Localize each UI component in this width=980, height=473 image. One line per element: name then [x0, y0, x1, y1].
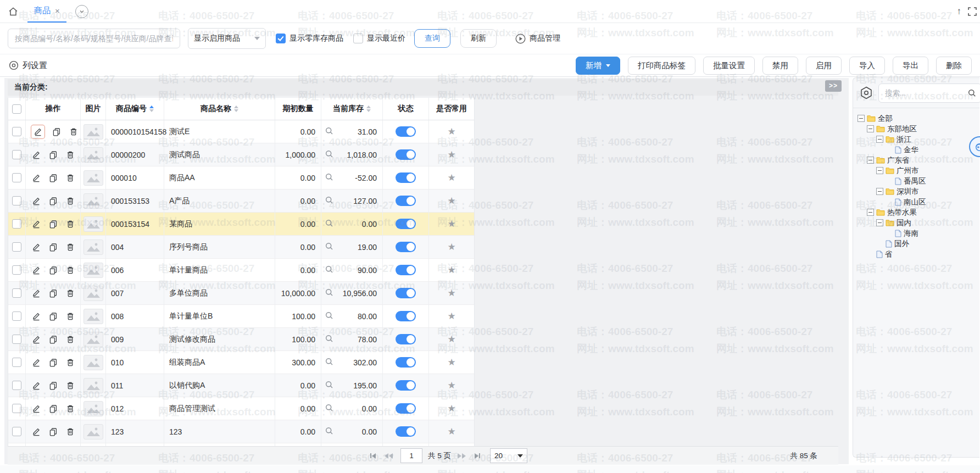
status-toggle-on[interactable] — [396, 172, 416, 183]
delete-icon[interactable] — [65, 335, 75, 344]
stock-detail-search-icon[interactable] — [325, 219, 333, 229]
edit-icon[interactable] — [31, 311, 41, 321]
tree-node[interactable]: 广东省 — [853, 155, 979, 165]
edit-icon[interactable] — [31, 242, 41, 252]
status-toggle-on[interactable] — [396, 357, 416, 368]
tree-expander-icon[interactable] — [858, 115, 865, 122]
status-toggle-on[interactable] — [396, 403, 416, 414]
delete-icon[interactable] — [65, 381, 75, 391]
tree-node[interactable]: 热带水果 — [853, 207, 979, 218]
tree-search-box[interactable] — [878, 84, 980, 103]
edit-icon[interactable] — [31, 288, 41, 298]
sort-icon[interactable] — [234, 105, 238, 112]
favorite-star-icon[interactable]: ★ — [447, 288, 455, 298]
delete-button[interactable]: 删除 — [936, 57, 972, 75]
copy-icon[interactable] — [48, 173, 58, 183]
tree-expander-icon[interactable] — [876, 167, 883, 174]
row-checkbox[interactable] — [12, 196, 21, 205]
delete-icon[interactable] — [65, 150, 75, 160]
tree-node[interactable]: 全部 — [853, 113, 979, 124]
favorite-star-icon[interactable]: ★ — [447, 265, 455, 275]
row-checkbox[interactable] — [12, 404, 21, 413]
product-search-input[interactable] — [8, 29, 180, 48]
delete-icon[interactable] — [65, 311, 75, 321]
status-toggle-on[interactable] — [396, 288, 416, 298]
edit-icon[interactable] — [31, 196, 41, 206]
import-button[interactable]: 导入 — [849, 57, 885, 75]
stock-detail-search-icon[interactable] — [325, 358, 333, 368]
copy-icon[interactable] — [48, 335, 58, 344]
status-toggle-on[interactable] — [396, 380, 416, 391]
stock-detail-search-icon[interactable] — [325, 242, 333, 252]
zero-stock-checkbox[interactable] — [276, 34, 286, 43]
tree-expander-icon[interactable] — [876, 219, 883, 226]
first-page-icon[interactable] — [370, 453, 376, 459]
next-page-icon[interactable] — [458, 453, 466, 459]
tree-node[interactable]: 金华 — [853, 144, 979, 155]
tree-expander-icon[interactable] — [867, 209, 874, 216]
status-toggle-on[interactable] — [396, 426, 416, 437]
search-icon[interactable] — [968, 89, 976, 97]
header-product-name[interactable]: 商品名称 — [164, 98, 275, 120]
copy-icon[interactable] — [48, 196, 58, 206]
row-checkbox[interactable] — [12, 173, 21, 182]
delete-icon[interactable] — [65, 358, 75, 368]
stock-detail-search-icon[interactable] — [325, 427, 333, 437]
copy-icon[interactable] — [48, 219, 58, 229]
edit-icon[interactable] — [31, 219, 41, 229]
status-toggle-on[interactable] — [396, 219, 416, 229]
scroll-top-icon[interactable]: ↑ — [957, 6, 962, 17]
favorite-star-icon[interactable]: ★ — [447, 196, 455, 205]
copy-icon[interactable] — [52, 127, 62, 137]
edit-icon[interactable] — [31, 381, 41, 391]
page-number-input[interactable] — [400, 448, 422, 463]
collapse-tree-button[interactable]: >> — [825, 80, 842, 92]
status-toggle-on[interactable] — [396, 196, 416, 206]
copy-icon[interactable] — [48, 381, 58, 391]
tree-node[interactable]: 国内 — [853, 218, 979, 228]
row-checkbox[interactable] — [12, 219, 21, 229]
copy-icon[interactable] — [48, 242, 58, 252]
row-checkbox[interactable] — [12, 311, 21, 321]
delete-icon[interactable] — [65, 288, 75, 298]
product-image-placeholder[interactable] — [83, 401, 103, 416]
sort-icon[interactable] — [366, 105, 371, 112]
recent-price-checkbox-group[interactable]: 显示最近价 — [353, 34, 405, 43]
tree-search-input[interactable] — [884, 88, 968, 98]
header-product-code[interactable]: 商品编号 — [106, 98, 164, 120]
edit-icon[interactable] — [31, 404, 41, 414]
product-image-placeholder[interactable] — [83, 355, 103, 370]
tab-close-icon[interactable]: × — [55, 7, 60, 15]
product-image-placeholder[interactable] — [83, 124, 103, 140]
status-toggle-on[interactable] — [396, 242, 416, 252]
stock-detail-search-icon[interactable] — [325, 196, 333, 206]
edit-icon[interactable] — [31, 427, 41, 437]
product-image-placeholder[interactable] — [83, 263, 103, 278]
batch-set-button[interactable]: 批量设置 — [703, 57, 755, 75]
row-checkbox[interactable] — [12, 288, 21, 298]
stock-detail-search-icon[interactable] — [325, 404, 333, 414]
print-label-button[interactable]: 打印商品标签 — [628, 57, 695, 75]
favorite-star-icon[interactable]: ★ — [447, 219, 455, 229]
copy-icon[interactable] — [48, 404, 58, 414]
tree-node[interactable]: 海南 — [853, 228, 979, 238]
product-manage-link[interactable]: 商品管理 — [515, 34, 560, 44]
copy-icon[interactable] — [48, 427, 58, 437]
tree-node[interactable]: 广州市 — [853, 165, 979, 176]
delete-icon[interactable] — [69, 127, 79, 137]
delete-icon[interactable] — [65, 404, 75, 414]
home-icon[interactable] — [7, 5, 20, 18]
tree-expander-icon[interactable] — [867, 125, 874, 132]
tab-list-chevron-icon[interactable] — [75, 5, 88, 18]
status-toggle-on[interactable] — [396, 126, 416, 137]
favorite-star-icon[interactable]: ★ — [447, 242, 455, 252]
header-current-stock[interactable]: 当前库存 — [321, 98, 383, 120]
fullscreen-icon[interactable] — [967, 6, 978, 17]
row-checkbox[interactable] — [12, 242, 21, 252]
copy-icon[interactable] — [48, 150, 58, 160]
tree-node[interactable]: 南山区 — [853, 197, 979, 207]
tree-node[interactable]: 省 — [853, 249, 979, 259]
prev-page-icon[interactable] — [385, 453, 393, 459]
row-checkbox[interactable] — [12, 127, 21, 136]
copy-icon[interactable] — [48, 311, 58, 321]
